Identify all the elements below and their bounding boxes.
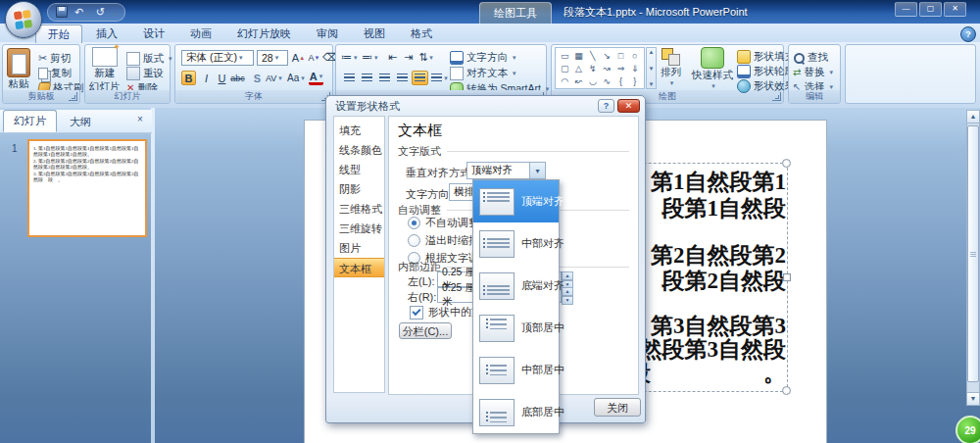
layout-button[interactable]: 版式 <box>126 51 172 66</box>
numbering-button[interactable]: ≕ <box>362 50 378 65</box>
ribbon-tab[interactable]: 开始 <box>35 25 82 43</box>
scroll-down-icon[interactable]: ▼ <box>966 392 980 406</box>
slide-thumbnail[interactable]: 1. 第1自然段第1自然段第1自然段第1自然段第1自然段第1自然段第1自然段。2… <box>27 139 147 237</box>
shape-icon[interactable]: ╲ <box>590 50 595 62</box>
replace-button[interactable]: ⇄替换 <box>793 65 833 79</box>
align-left-button[interactable] <box>341 71 358 85</box>
dialog-category-item[interactable]: 文本框 <box>334 258 384 277</box>
tab-slides[interactable]: 幻灯片 <box>3 110 57 132</box>
reset-button[interactable]: 重设 <box>126 66 164 80</box>
ribbon-tab[interactable]: 视图 <box>352 25 397 42</box>
line-spacing-button[interactable]: ⇅ <box>418 50 433 65</box>
copy-button[interactable]: 复制 <box>38 66 72 80</box>
underline-button[interactable]: U <box>215 71 229 85</box>
office-button[interactable] <box>5 1 42 38</box>
italic-button[interactable]: I <box>199 71 214 85</box>
shrink-font-button[interactable]: A▼ <box>307 50 321 65</box>
pane-divider[interactable] <box>151 108 155 443</box>
increase-indent-button[interactable]: ⇥ <box>401 50 416 65</box>
dialog-category-item[interactable]: 阴影 <box>334 179 384 199</box>
scroll-up-icon[interactable]: ▲ <box>966 110 980 123</box>
columns-button[interactable] <box>431 71 448 85</box>
selection-handle-mid-right[interactable] <box>783 273 791 281</box>
undo-icon[interactable]: ↶ <box>74 6 89 19</box>
dialog-category-item[interactable]: 线条颜色 <box>334 140 384 160</box>
change-case-button[interactable]: Aa <box>287 71 305 85</box>
find-button[interactable]: 查找 <box>793 50 828 65</box>
shape-icon[interactable]: ↯ <box>589 63 597 74</box>
valign-combo[interactable]: 顶端对齐 <box>466 162 546 179</box>
scrollbar-thumb[interactable] <box>967 125 979 382</box>
justify-button[interactable] <box>394 71 411 85</box>
redo-icon[interactable]: ↺ <box>96 6 105 19</box>
shape-icon[interactable]: { <box>619 75 622 87</box>
dialog-category-item[interactable]: 三维旋转 <box>334 219 384 238</box>
text-shadow-button[interactable]: S <box>250 71 265 85</box>
decrease-indent-button[interactable]: ⇤ <box>385 50 400 65</box>
valign-option[interactable]: 中部对齐 <box>473 222 559 265</box>
columns-dialog-button[interactable]: 分栏(C)... <box>399 322 452 339</box>
shape-icon[interactable]: ◠ <box>561 75 568 87</box>
align-right-button[interactable] <box>376 71 393 85</box>
ribbon-tab[interactable]: 格式 <box>399 25 444 42</box>
ribbon-tab[interactable]: 动画 <box>178 25 223 42</box>
distribute-button[interactable] <box>412 71 428 85</box>
valign-combo-arrow-icon[interactable] <box>529 163 545 178</box>
valign-option[interactable]: 顶端对齐 <box>473 180 559 222</box>
text-direction-button[interactable]: 文字方向 <box>450 50 516 65</box>
minimize-button[interactable]: — <box>895 2 917 17</box>
shape-icon[interactable]: ↝ <box>603 63 611 74</box>
dialog-category-item[interactable]: 线型 <box>334 160 384 179</box>
shape-icon[interactable]: ▦ <box>574 50 583 62</box>
tab-outline[interactable]: 大纲 <box>60 112 101 132</box>
shape-icon[interactable]: ▢ <box>561 63 569 74</box>
align-center-button[interactable] <box>359 71 375 85</box>
shape-icon[interactable]: } <box>633 75 636 87</box>
character-spacing-button[interactable]: AV <box>266 71 282 85</box>
font-color-button[interactable]: A <box>309 71 323 85</box>
drawing-dialog-launcher-icon[interactable] <box>772 92 781 101</box>
shape-icon[interactable]: ↜ <box>575 75 583 87</box>
dialog-help-button[interactable]: ? <box>598 99 614 113</box>
clipboard-dialog-launcher-icon[interactable] <box>69 92 77 101</box>
ribbon-tab[interactable]: 审阅 <box>305 25 350 42</box>
qat-customize-icon[interactable] <box>112 7 118 19</box>
sidebar-close-icon[interactable]: × <box>137 114 143 124</box>
ribbon-tab[interactable]: 插入 <box>84 25 129 42</box>
shape-icon[interactable]: ∿ <box>603 75 611 87</box>
valign-option[interactable]: 底端对齐 <box>473 265 559 307</box>
shape-icon[interactable]: ⇓ <box>631 63 639 74</box>
shape-icon[interactable]: ↘ <box>603 50 611 62</box>
dialog-category-item[interactable]: 图片 <box>334 238 384 258</box>
font-name-combo[interactable]: 宋体 (正文) <box>181 50 254 66</box>
shape-icon[interactable]: □ <box>618 50 623 62</box>
ribbon-tab[interactable]: 幻灯片放映 <box>225 25 303 42</box>
dialog-category-item[interactable]: 三维格式 <box>334 199 384 219</box>
ribbon-tab[interactable]: 设计 <box>131 25 176 42</box>
close-button[interactable]: ✕ <box>944 2 966 17</box>
shape-icon[interactable]: △ <box>575 63 582 74</box>
dialog-close-pushbutton[interactable]: 关闭 <box>594 398 641 417</box>
cut-button[interactable]: ✂剪切 <box>38 51 71 66</box>
shape-icon[interactable]: ⇒ <box>617 63 625 74</box>
shape-icon[interactable]: ○ <box>632 50 637 62</box>
maximize-button[interactable]: ▢ <box>919 2 942 17</box>
bold-button[interactable]: B <box>181 71 196 85</box>
grow-font-button[interactable]: A▲ <box>291 50 306 65</box>
bullets-button[interactable]: ≔ <box>341 50 358 65</box>
valign-option[interactable]: 顶部居中 <box>473 307 559 349</box>
shapes-gallery-scroll[interactable]: ▲▼▼ <box>646 47 657 89</box>
valign-option[interactable]: 中部居中 <box>473 349 559 391</box>
selection-handle-bottom-right[interactable] <box>782 386 791 395</box>
shape-icon[interactable]: ◡ <box>589 75 597 87</box>
align-text-button[interactable]: 对齐文本 <box>450 66 516 80</box>
selection-handle-top-right[interactable] <box>782 159 791 168</box>
quick-styles-button[interactable]: 快速样式 <box>692 47 733 90</box>
strikethrough-button[interactable]: abc <box>230 71 245 85</box>
help-button[interactable]: ? <box>960 26 976 42</box>
arrange-button[interactable]: 排列 <box>661 48 681 87</box>
valign-option[interactable]: 底部居中 <box>473 391 559 433</box>
font-size-combo[interactable]: 28 <box>257 50 288 66</box>
dialog-close-button[interactable]: ✕ <box>617 99 640 113</box>
save-icon[interactable] <box>56 6 68 20</box>
